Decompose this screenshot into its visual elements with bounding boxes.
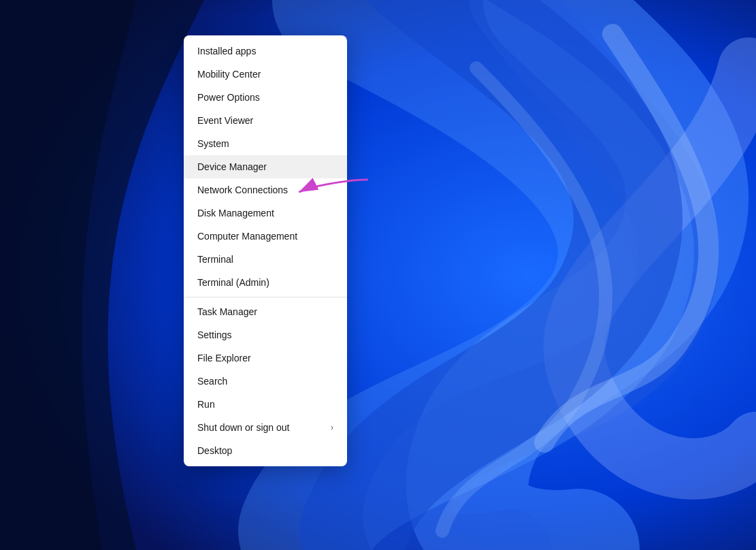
menu-item-disk-management[interactable]: Disk Management	[184, 201, 347, 225]
menu-item-mobility-center[interactable]: Mobility Center	[184, 63, 347, 86]
menu-divider	[184, 297, 347, 297]
menu-item-run[interactable]: Run	[184, 393, 347, 416]
menu-item-label: File Explorer	[197, 353, 251, 363]
menu-item-shut-down[interactable]: Shut down or sign out›	[184, 416, 347, 439]
menu-item-label: Desktop	[197, 445, 232, 456]
menu-item-terminal[interactable]: Terminal	[184, 248, 347, 271]
menu-item-installed-apps[interactable]: Installed apps	[184, 39, 347, 63]
menu-item-label: Mobility Center	[197, 69, 261, 80]
menu-item-event-viewer[interactable]: Event Viewer	[184, 109, 347, 132]
menu-item-label: Device Manager	[197, 161, 267, 172]
menu-item-power-options[interactable]: Power Options	[184, 86, 347, 109]
menu-item-label: Settings	[197, 329, 232, 340]
menu-item-label: Network Connections	[197, 184, 288, 195]
menu-item-device-manager[interactable]: Device Manager	[184, 155, 347, 178]
menu-item-file-explorer[interactable]: File Explorer	[184, 346, 347, 370]
menu-item-label: Run	[197, 399, 215, 410]
desktop-background	[0, 0, 756, 550]
menu-item-label: System	[197, 138, 229, 149]
menu-item-label: Search	[197, 376, 227, 387]
menu-item-system[interactable]: System	[184, 132, 347, 155]
menu-item-search[interactable]: Search	[184, 370, 347, 393]
menu-item-label: Terminal (Admin)	[197, 277, 269, 288]
menu-item-label: Installed apps	[197, 46, 256, 56]
menu-item-label: Terminal	[197, 254, 233, 265]
menu-item-terminal-admin[interactable]: Terminal (Admin)	[184, 271, 347, 294]
menu-item-computer-management[interactable]: Computer Management	[184, 225, 347, 248]
menu-item-settings[interactable]: Settings	[184, 323, 347, 346]
menu-item-label: Event Viewer	[197, 115, 253, 126]
menu-item-label: Disk Management	[197, 208, 274, 219]
submenu-arrow-icon: ›	[331, 423, 333, 432]
menu-item-desktop[interactable]: Desktop	[184, 439, 347, 462]
menu-item-label: Shut down or sign out	[197, 422, 289, 433]
menu-item-task-manager[interactable]: Task Manager	[184, 300, 347, 323]
menu-item-label: Computer Management	[197, 231, 297, 242]
menu-item-network-connections[interactable]: Network Connections	[184, 178, 347, 201]
menu-item-label: Task Manager	[197, 306, 257, 317]
menu-item-label: Power Options	[197, 92, 260, 103]
context-menu: Installed appsMobility CenterPower Optio…	[184, 35, 347, 466]
